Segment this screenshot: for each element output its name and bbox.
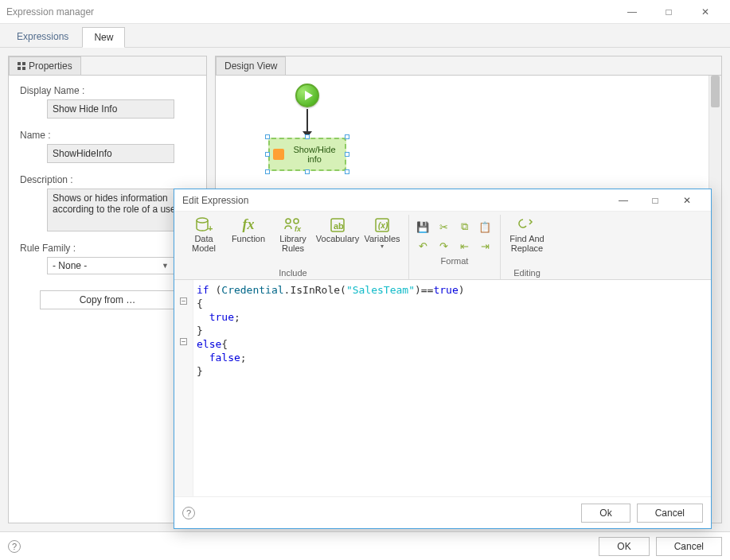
activity-icon bbox=[273, 149, 284, 160]
tab-expressions[interactable]: Expressions bbox=[5, 26, 80, 47]
selection-handle[interactable] bbox=[345, 134, 349, 139]
name-field[interactable]: ShowHideInfo bbox=[47, 144, 174, 163]
function-icon: fx bbox=[237, 216, 260, 234]
variables-icon: (x) bbox=[371, 216, 393, 234]
rule-family-label: Rule Family : bbox=[20, 243, 195, 254]
selection-handle[interactable] bbox=[305, 134, 310, 139]
selection-handle[interactable] bbox=[345, 152, 349, 157]
fold-icon[interactable]: − bbox=[180, 338, 187, 345]
editor-gutter: − − bbox=[174, 280, 193, 496]
ribbon-group-include: + Data Model fx Function fx Library Rule… bbox=[178, 215, 409, 279]
indent-icon[interactable]: ⇥ bbox=[478, 239, 492, 253]
start-node[interactable] bbox=[295, 84, 319, 107]
activity-node-show-hide[interactable]: Show/Hide info bbox=[268, 138, 346, 171]
modal-footer: ? Ok Cancel bbox=[174, 496, 711, 528]
selection-handle[interactable] bbox=[265, 152, 270, 157]
description-label: Description : bbox=[20, 174, 195, 185]
svg-text:ab: ab bbox=[334, 221, 344, 231]
minimize-button[interactable]: — bbox=[614, 0, 650, 24]
modal-title: Edit Expression bbox=[182, 195, 607, 206]
ribbon-data-model[interactable]: + Data Model bbox=[184, 216, 224, 253]
description-field[interactable]: Shows or hides information according to … bbox=[47, 189, 190, 231]
ribbon-editing-label: Editing bbox=[513, 266, 541, 279]
modal-ok-button[interactable]: Ok bbox=[581, 504, 630, 523]
ribbon-library-rules[interactable]: fx Library Rules bbox=[273, 216, 313, 253]
ribbon-find-replace[interactable]: Find And Replace bbox=[507, 216, 547, 253]
close-button[interactable]: ✕ bbox=[687, 0, 724, 24]
name-label: Name : bbox=[20, 130, 195, 141]
modal-cancel-button[interactable]: Cancel bbox=[637, 504, 703, 523]
ribbon-vocabulary[interactable]: ab Vocabulary bbox=[318, 216, 357, 243]
help-icon[interactable]: ? bbox=[8, 540, 21, 553]
activity-label: Show/Hide info bbox=[287, 145, 342, 164]
ribbon-group-format: 💾 ✂ ⧉ 📋 ↶ ↷ ⇤ ⇥ Format bbox=[409, 215, 501, 279]
modal-close-button[interactable]: ✕ bbox=[671, 195, 703, 206]
connector bbox=[306, 109, 308, 133]
tab-new[interactable]: New bbox=[82, 27, 125, 48]
ribbon-include-label: Include bbox=[279, 266, 306, 279]
chevron-down-icon: ▾ bbox=[381, 243, 384, 251]
copy-icon[interactable]: ⧉ bbox=[457, 220, 471, 234]
ribbon-variables[interactable]: (x) Variables ▾ bbox=[362, 216, 402, 251]
svg-text:(x): (x) bbox=[378, 221, 388, 230]
main-ok-button[interactable]: OK bbox=[599, 537, 649, 556]
library-icon: fx bbox=[282, 216, 304, 234]
fold-icon[interactable]: − bbox=[180, 298, 187, 305]
svg-point-0 bbox=[197, 218, 208, 223]
ribbon: + Data Model fx Function fx Library Rule… bbox=[174, 212, 711, 280]
scrollbar-thumb[interactable] bbox=[711, 76, 720, 107]
grid-icon bbox=[18, 62, 25, 70]
selection-handle[interactable] bbox=[265, 169, 270, 174]
vocabulary-icon: ab bbox=[326, 216, 349, 234]
modal-minimize-button[interactable]: — bbox=[607, 195, 639, 206]
ribbon-function[interactable]: fx Function bbox=[228, 216, 268, 243]
rule-family-select[interactable]: - None - ▼ bbox=[47, 257, 174, 274]
modal-maximize-button[interactable]: □ bbox=[639, 195, 671, 206]
svg-text:fx: fx bbox=[295, 225, 302, 233]
window-title: Expression manager bbox=[6, 6, 614, 18]
undo-icon[interactable]: ↶ bbox=[416, 239, 430, 253]
code-content: if (Credential.IsInRole("SalesTeam")==tr… bbox=[197, 283, 708, 378]
code-editor[interactable]: − − if (Credential.IsInRole("SalesTeam")… bbox=[174, 280, 711, 496]
copy-from-button[interactable]: Copy from … bbox=[40, 290, 175, 309]
main-tabs: Expressions New bbox=[0, 24, 730, 48]
cut-icon[interactable]: ✂ bbox=[436, 220, 451, 234]
modal-help-icon[interactable]: ? bbox=[182, 507, 195, 519]
main-dialog-footer: ? OK Cancel bbox=[0, 531, 730, 560]
database-icon: + bbox=[193, 216, 215, 234]
main-cancel-button[interactable]: Cancel bbox=[656, 537, 722, 556]
ribbon-group-editing: Find And Replace Editing bbox=[501, 215, 553, 279]
edit-expression-dialog: Edit Expression — □ ✕ + Data Model fx Fu… bbox=[174, 189, 712, 529]
display-name-label: Display Name : bbox=[20, 85, 195, 96]
window-titlebar: Expression manager — □ ✕ bbox=[0, 0, 730, 24]
redo-icon[interactable]: ↷ bbox=[436, 239, 451, 253]
chevron-down-icon: ▼ bbox=[162, 262, 169, 270]
svg-point-2 bbox=[286, 219, 291, 224]
properties-tab[interactable]: Properties bbox=[9, 56, 81, 75]
svg-point-3 bbox=[294, 219, 299, 224]
design-view-tab[interactable]: Design View bbox=[216, 56, 286, 75]
display-name-field[interactable]: Show Hide Info bbox=[47, 99, 174, 119]
selection-handle[interactable] bbox=[345, 169, 349, 174]
maximize-button[interactable]: □ bbox=[650, 0, 687, 24]
ribbon-format-label: Format bbox=[441, 255, 469, 267]
find-replace-icon bbox=[516, 216, 538, 234]
svg-text:+: + bbox=[208, 224, 213, 233]
outdent-icon[interactable]: ⇤ bbox=[457, 239, 471, 253]
selection-handle[interactable] bbox=[305, 169, 310, 174]
selection-handle[interactable] bbox=[265, 134, 270, 139]
paste-icon[interactable]: 📋 bbox=[478, 220, 492, 234]
save-icon[interactable]: 💾 bbox=[416, 220, 430, 234]
modal-titlebar: Edit Expression — □ ✕ bbox=[174, 189, 711, 212]
